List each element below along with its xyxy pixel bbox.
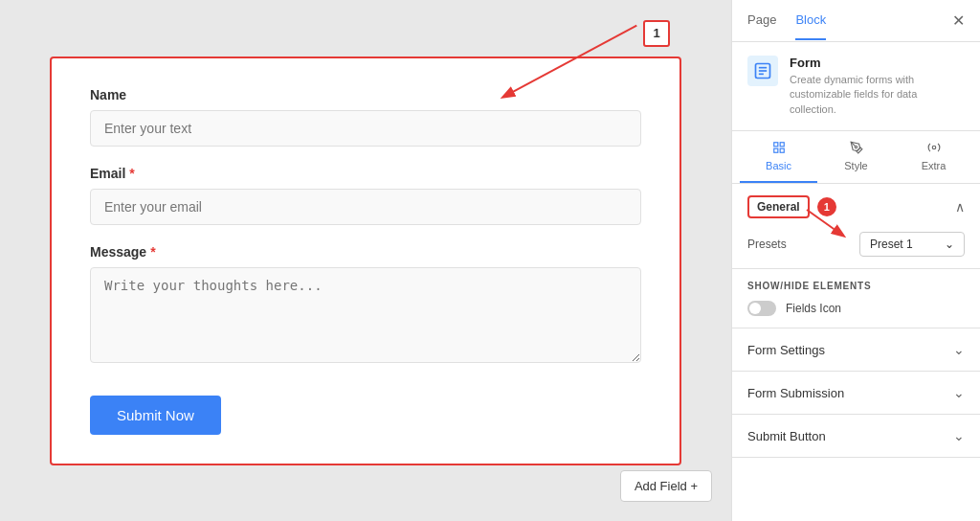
- show-hide-title: SHOW/HIDE ELEMENTS: [747, 281, 965, 291]
- submit-button-title: Submit Button: [747, 429, 826, 443]
- extra-icon: [927, 141, 941, 157]
- email-label: Email *: [90, 166, 641, 181]
- block-description: Create dynamic forms with customizable f…: [790, 73, 965, 117]
- block-info: Form Create dynamic forms with customiza…: [732, 42, 980, 131]
- sub-tab-style-label: Style: [844, 160, 867, 171]
- right-panel: Page Block ✕ Form Create dynamic forms w…: [731, 0, 980, 521]
- general-label: General: [747, 195, 810, 218]
- accordion-form-settings[interactable]: Form Settings ⌄: [732, 328, 980, 372]
- accordion-submit-button[interactable]: Submit Button ⌄: [732, 415, 980, 458]
- sub-tab-extra[interactable]: Extra: [895, 131, 972, 183]
- chevron-down-form-settings: ⌄: [953, 342, 965, 357]
- presets-row: Presets Preset 1 ⌄: [747, 232, 965, 257]
- presets-label: Presets: [747, 238, 787, 251]
- svg-point-10: [855, 146, 857, 147]
- svg-line-1: [503, 25, 636, 97]
- message-label: Message *: [90, 244, 641, 260]
- sub-tab-basic[interactable]: Basic: [740, 131, 817, 183]
- email-input[interactable]: [90, 189, 641, 225]
- block-text: Form Create dynamic forms with customiza…: [790, 56, 965, 117]
- toggle-row: Fields Icon: [747, 301, 965, 316]
- general-left: General 1: [747, 195, 836, 218]
- form-submission-title: Form Submission: [747, 386, 844, 400]
- message-textarea[interactable]: [90, 267, 641, 363]
- chevron-up-icon[interactable]: ∧: [955, 199, 965, 215]
- chevron-down-form-submission: ⌄: [953, 385, 965, 400]
- submit-button[interactable]: Submit Now: [90, 396, 221, 435]
- svg-rect-9: [780, 148, 784, 152]
- form-container: 1 Name Email *: [50, 57, 681, 465]
- canvas-area: 1 Name Email *: [0, 0, 731, 521]
- style-icon: [850, 141, 863, 157]
- accordion-form-submission[interactable]: Form Submission ⌄: [732, 372, 980, 415]
- sub-tabs: Basic Style Extra: [732, 131, 980, 184]
- fields-icon-label: Fields Icon: [786, 302, 841, 315]
- general-header: General 1 ∧: [747, 195, 965, 218]
- form-field-name: Name: [90, 87, 641, 147]
- panel-header: Page Block ✕: [732, 0, 980, 42]
- form-settings-title: Form Settings: [747, 343, 825, 357]
- general-section: General 1 ∧ Presets Preset 1 ⌄: [732, 184, 980, 269]
- chevron-down-icon: ⌄: [945, 238, 954, 251]
- close-button[interactable]: ✕: [952, 11, 965, 30]
- sub-tab-style[interactable]: Style: [817, 131, 895, 183]
- form-field-email: Email *: [90, 166, 641, 225]
- show-hide-section: SHOW/HIDE ELEMENTS Fields Icon: [732, 269, 980, 328]
- svg-rect-7: [780, 143, 784, 147]
- presets-select[interactable]: Preset 1 ⌄: [859, 232, 965, 257]
- block-icon: [747, 56, 778, 86]
- block-title: Form: [790, 56, 965, 70]
- chevron-down-submit-button: ⌄: [953, 428, 965, 443]
- name-input[interactable]: [90, 110, 641, 147]
- general-badge: 1: [817, 197, 836, 216]
- sub-tab-basic-label: Basic: [766, 160, 791, 171]
- basic-icon: [772, 141, 786, 157]
- svg-point-11: [932, 146, 936, 149]
- add-field-button[interactable]: Add Field +: [620, 470, 712, 502]
- tab-page[interactable]: Page: [747, 1, 776, 40]
- sub-tab-extra-label: Extra: [922, 160, 947, 171]
- form-field-message: Message *: [90, 244, 641, 367]
- svg-rect-6: [773, 143, 777, 147]
- tab-block[interactable]: Block: [795, 1, 826, 40]
- required-star-message: *: [150, 244, 155, 260]
- svg-rect-8: [773, 148, 777, 152]
- name-label: Name: [90, 87, 641, 102]
- fields-icon-toggle[interactable]: [747, 301, 776, 316]
- header-tabs: Page Block: [747, 1, 826, 40]
- required-star-email: *: [129, 166, 134, 181]
- annotation-badge-1: 1: [643, 20, 670, 47]
